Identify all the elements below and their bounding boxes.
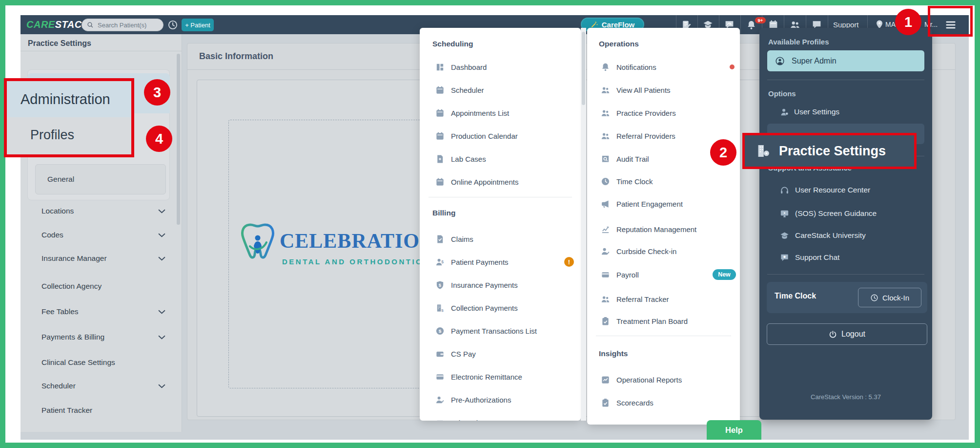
screen-guidance-icon bbox=[780, 209, 789, 218]
menu-scrollbar[interactable] bbox=[581, 28, 586, 421]
divider bbox=[20, 51, 182, 51]
menu-item-claims[interactable]: Claims bbox=[420, 231, 581, 247]
sidebar-item-insurance-manager[interactable]: Insurance Manager bbox=[20, 250, 182, 267]
menu-item-practice-providers[interactable]: Practice Providers bbox=[587, 105, 740, 121]
menu-item-online-appointments[interactable]: Online Appointments bbox=[420, 174, 581, 190]
appointments-list-icon bbox=[435, 108, 445, 118]
menu-item-cs-pay[interactable]: CS Pay bbox=[420, 346, 581, 362]
annotation-step-3: 3 bbox=[144, 79, 170, 106]
operational-reports-icon bbox=[601, 375, 610, 384]
magic-wand-icon bbox=[591, 21, 598, 28]
user-settings-icon bbox=[780, 107, 789, 117]
chevron-down-icon bbox=[158, 233, 165, 237]
section-title-insights: Insights bbox=[599, 349, 628, 358]
clock-icon bbox=[870, 294, 878, 302]
menu-item-carestack-university[interactable]: CareStack University bbox=[759, 227, 932, 244]
power-icon bbox=[829, 330, 837, 339]
sidebar-title: Practice Settings bbox=[28, 39, 91, 48]
screenshot-stage: CARESTACK + Patient CareFlow bbox=[0, 0, 980, 448]
profile-super-admin[interactable]: Super Admin bbox=[767, 50, 924, 71]
scrollbar-thumb[interactable] bbox=[582, 32, 585, 105]
collection-payments-icon bbox=[435, 303, 445, 313]
search-icon bbox=[87, 21, 94, 28]
section-title-billing: Billing bbox=[432, 209, 455, 217]
menu-item-sos-screen-guidance[interactable]: (SOS) Screen Guidance bbox=[759, 205, 932, 222]
annotation-step-1: 1 bbox=[895, 9, 921, 35]
sidebar-scrollbar[interactable] bbox=[177, 54, 180, 225]
sidebar-item-fee-tables[interactable]: Fee Tables bbox=[20, 303, 182, 320]
sidebar-item-clinical-case-settings[interactable]: Clinical Case Settings bbox=[20, 354, 182, 371]
sidebar-item-patient-tracker[interactable]: Patient Tracker bbox=[20, 402, 182, 419]
menu-item-operational-reports[interactable]: Operational Reports bbox=[587, 372, 740, 387]
menu-item-appointments-list[interactable]: Appointments List bbox=[420, 105, 581, 121]
section-title-available-profiles: Available Profiles bbox=[768, 38, 829, 46]
audit-trail-icon bbox=[601, 154, 610, 164]
search-input[interactable] bbox=[97, 21, 157, 29]
menu-item-insurance-payments[interactable]: Insurance Payments bbox=[420, 277, 581, 293]
location-label[interactable]: MA bbox=[885, 21, 896, 28]
menu-item-scorecards[interactable]: Scorecards bbox=[587, 395, 740, 410]
carestack-logo[interactable]: CARESTACK bbox=[26, 19, 89, 30]
sidebar-item-codes[interactable]: Codes bbox=[20, 227, 182, 243]
menu-item-patient-engagement[interactable]: Patient Engagement bbox=[587, 196, 740, 212]
annotation-administration: Administration bbox=[7, 81, 131, 117]
add-patient-button[interactable]: + Patient bbox=[182, 19, 214, 31]
menu-item-scheduler[interactable]: Scheduler bbox=[420, 82, 581, 98]
menu-item-lab-cases[interactable]: Lab Cases bbox=[420, 151, 581, 167]
menu-item-electronic-remittance[interactable]: Electronic Remittance bbox=[420, 369, 581, 384]
recent-patients-icon[interactable] bbox=[167, 20, 178, 30]
payment-transactions-icon bbox=[435, 326, 445, 336]
sidebar-item-collection-agency[interactable]: Collection Agency bbox=[20, 278, 182, 295]
chevron-down-icon bbox=[158, 310, 165, 314]
help-button[interactable]: Help bbox=[707, 420, 761, 440]
menu-item-support-chat[interactable]: Support Chat bbox=[759, 249, 932, 266]
clock-in-button[interactable]: Clock-In bbox=[858, 288, 921, 307]
logout-button[interactable]: Logout bbox=[767, 323, 927, 345]
menu-item-referral-tracker[interactable]: Referral Tracker bbox=[587, 291, 740, 307]
sidebar-item-scheduler[interactable]: Scheduler bbox=[20, 378, 182, 394]
menu-item-collection-payments[interactable]: Collection Payments bbox=[420, 300, 581, 316]
menu-item-treatment-plan-board[interactable]: Treatment Plan Board bbox=[587, 313, 740, 329]
patient-engagement-icon bbox=[601, 199, 610, 209]
annotation-profiles: Profiles bbox=[30, 128, 74, 143]
sidebar-item-general[interactable]: General bbox=[35, 164, 166, 194]
menu-item-notifications[interactable]: Notifications bbox=[587, 59, 740, 75]
time-clock-card: Time Clock Clock-In bbox=[767, 282, 927, 313]
mega-menu-left-column: Scheduling Dashboard Scheduler Appointme… bbox=[420, 28, 581, 421]
menu-item-reputation-management[interactable]: Reputation Management bbox=[587, 221, 740, 237]
sidebar-item-payments-billing[interactable]: Payments & Billing bbox=[20, 329, 182, 345]
menu-item-dashboard[interactable]: Dashboard bbox=[420, 59, 581, 75]
section-title-operations: Operations bbox=[599, 40, 639, 48]
menu-item-payment-transactions-list[interactable]: Payment Transactions List bbox=[420, 323, 581, 339]
tooth-logo-icon bbox=[238, 220, 277, 262]
notifications-icon bbox=[601, 63, 610, 72]
menu-item-pre-authorizations[interactable]: Pre-Authorizations bbox=[420, 392, 581, 407]
menu-item-view-all-patients[interactable]: View All Patients bbox=[587, 82, 740, 98]
menu-item-patient-payments[interactable]: Patient Payments bbox=[420, 254, 581, 270]
sidebar-item-locations[interactable]: Locations bbox=[20, 203, 182, 219]
view-all-patients-icon bbox=[601, 85, 610, 95]
patient-payments-icon bbox=[435, 257, 445, 267]
practice-name: CELEBRATION bbox=[280, 229, 435, 253]
divider bbox=[767, 80, 924, 80]
scorecards-icon bbox=[601, 398, 610, 407]
menu-item-time-clock[interactable]: Time Clock bbox=[587, 173, 740, 189]
claims-icon bbox=[435, 235, 445, 244]
annotation-box-2-practice-settings: Practice Settings bbox=[742, 133, 917, 169]
reputation-management-icon bbox=[601, 225, 610, 234]
menu-item-user-resource-center[interactable]: User Resource Center bbox=[759, 182, 932, 198]
annotation-box-3-4-sidebar: Administration Profiles bbox=[4, 78, 134, 157]
section-title-scheduling: Scheduling bbox=[432, 40, 473, 48]
payroll-icon bbox=[601, 270, 610, 279]
treatment-plan-board-icon bbox=[601, 317, 610, 326]
menu-item-other-plans[interactable]: Other Plans bbox=[420, 415, 581, 421]
dashboard-icon bbox=[435, 63, 445, 72]
patient-search[interactable] bbox=[82, 19, 163, 31]
menu-item-curbside-check-in[interactable]: Curbside Check-in bbox=[587, 243, 740, 259]
online-appointments-icon bbox=[435, 177, 445, 187]
menu-item-production-calendar[interactable]: Production Calendar bbox=[420, 128, 581, 144]
menu-item-user-settings[interactable]: User Settings bbox=[759, 104, 932, 120]
annotation-step-4: 4 bbox=[146, 126, 172, 152]
notification-dot bbox=[730, 64, 735, 69]
page-title: Basic Information bbox=[199, 51, 273, 62]
